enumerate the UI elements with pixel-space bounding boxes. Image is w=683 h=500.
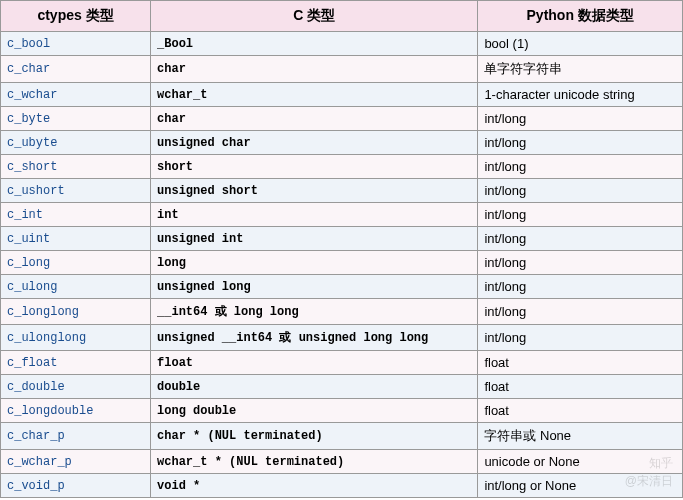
cell-c-type: __int64 或 long long — [151, 299, 478, 325]
cell-c-type: unsigned long — [151, 275, 478, 299]
cell-c-type: char * (NUL terminated) — [151, 423, 478, 450]
cell-c-type: long — [151, 251, 478, 275]
table-row: c_charchar单字符字符串 — [1, 56, 683, 83]
cell-ctypes-type: c_longlong — [1, 299, 151, 325]
cell-python-type: float — [478, 399, 683, 423]
cell-ctypes-type: c_uint — [1, 227, 151, 251]
cell-python-type: 单字符字符串 — [478, 56, 683, 83]
cell-ctypes-type: c_byte — [1, 107, 151, 131]
cell-python-type: int/long — [478, 325, 683, 351]
cell-python-type: float — [478, 351, 683, 375]
cell-python-type: unicode or None — [478, 450, 683, 474]
table-row: c_intintint/long — [1, 203, 683, 227]
header-python-type: Python 数据类型 — [478, 1, 683, 32]
cell-python-type: int/long — [478, 107, 683, 131]
cell-ctypes-type: c_wchar — [1, 83, 151, 107]
ctypes-types-table: ctypes 类型 C 类型 Python 数据类型 c_bool_Boolbo… — [0, 0, 683, 498]
cell-python-type: int/long — [478, 155, 683, 179]
header-c-type: C 类型 — [151, 1, 478, 32]
table-row: c_char_pchar * (NUL terminated)字符串或 None — [1, 423, 683, 450]
table-row: c_ushortunsigned shortint/long — [1, 179, 683, 203]
table-row: c_longlong__int64 或 long longint/long — [1, 299, 683, 325]
table-row: c_bytecharint/long — [1, 107, 683, 131]
cell-ctypes-type: c_long — [1, 251, 151, 275]
table-row: c_ulonglongunsigned __int64 或 unsigned l… — [1, 325, 683, 351]
cell-ctypes-type: c_double — [1, 375, 151, 399]
table-row: c_void_pvoid *int/long or None — [1, 474, 683, 498]
cell-c-type: long double — [151, 399, 478, 423]
cell-c-type: wchar_t — [151, 83, 478, 107]
cell-python-type: int/long or None — [478, 474, 683, 498]
cell-ctypes-type: c_wchar_p — [1, 450, 151, 474]
cell-python-type: int/long — [478, 227, 683, 251]
cell-ctypes-type: c_ulong — [1, 275, 151, 299]
cell-python-type: 字符串或 None — [478, 423, 683, 450]
cell-python-type: int/long — [478, 275, 683, 299]
table-row: c_wcharwchar_t1-character unicode string — [1, 83, 683, 107]
table-row: c_wchar_pwchar_t * (NUL terminated)unico… — [1, 450, 683, 474]
table-row: c_uintunsigned intint/long — [1, 227, 683, 251]
cell-c-type: int — [151, 203, 478, 227]
cell-c-type: double — [151, 375, 478, 399]
cell-ctypes-type: c_ushort — [1, 179, 151, 203]
table-header-row: ctypes 类型 C 类型 Python 数据类型 — [1, 1, 683, 32]
cell-c-type: _Bool — [151, 32, 478, 56]
cell-ctypes-type: c_int — [1, 203, 151, 227]
table-row: c_floatfloatfloat — [1, 351, 683, 375]
cell-python-type: int/long — [478, 203, 683, 227]
cell-python-type: float — [478, 375, 683, 399]
table-row: c_ulongunsigned longint/long — [1, 275, 683, 299]
table-row: c_bool_Boolbool (1) — [1, 32, 683, 56]
cell-c-type: char — [151, 56, 478, 83]
cell-ctypes-type: c_ubyte — [1, 131, 151, 155]
cell-c-type: char — [151, 107, 478, 131]
cell-python-type: bool (1) — [478, 32, 683, 56]
cell-c-type: unsigned char — [151, 131, 478, 155]
header-ctypes: ctypes 类型 — [1, 1, 151, 32]
cell-python-type: int/long — [478, 299, 683, 325]
table-row: c_doubledoublefloat — [1, 375, 683, 399]
table-row: c_shortshortint/long — [1, 155, 683, 179]
cell-ctypes-type: c_char_p — [1, 423, 151, 450]
cell-ctypes-type: c_float — [1, 351, 151, 375]
cell-ctypes-type: c_ulonglong — [1, 325, 151, 351]
cell-ctypes-type: c_bool — [1, 32, 151, 56]
cell-c-type: unsigned short — [151, 179, 478, 203]
table-body: c_bool_Boolbool (1)c_charchar单字符字符串c_wch… — [1, 32, 683, 498]
cell-python-type: 1-character unicode string — [478, 83, 683, 107]
cell-c-type: unsigned int — [151, 227, 478, 251]
cell-ctypes-type: c_void_p — [1, 474, 151, 498]
cell-c-type: wchar_t * (NUL terminated) — [151, 450, 478, 474]
cell-c-type: float — [151, 351, 478, 375]
cell-ctypes-type: c_short — [1, 155, 151, 179]
table-row: c_longlongint/long — [1, 251, 683, 275]
cell-c-type: unsigned __int64 或 unsigned long long — [151, 325, 478, 351]
cell-ctypes-type: c_longdouble — [1, 399, 151, 423]
cell-python-type: int/long — [478, 251, 683, 275]
table-row: c_longdoublelong doublefloat — [1, 399, 683, 423]
cell-c-type: short — [151, 155, 478, 179]
cell-python-type: int/long — [478, 179, 683, 203]
cell-ctypes-type: c_char — [1, 56, 151, 83]
cell-python-type: int/long — [478, 131, 683, 155]
table-row: c_ubyteunsigned charint/long — [1, 131, 683, 155]
cell-c-type: void * — [151, 474, 478, 498]
